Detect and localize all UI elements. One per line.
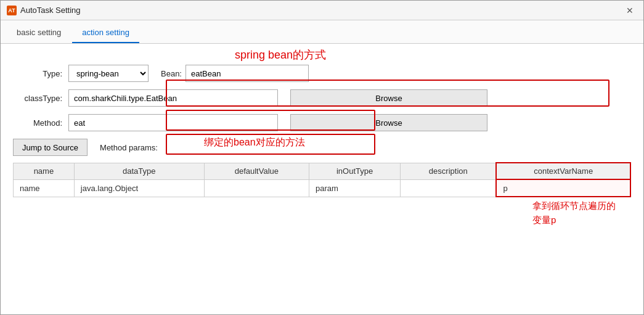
method-row: Method: Browse [13,114,631,131]
col-inouttype: inOutType [309,163,401,179]
classtype-label: classType: [13,94,68,103]
col-contextvarname: contextVarName [496,163,630,179]
method-label: Method: [13,118,68,128]
cell-inouttype: param [309,179,401,197]
tab-action-setting[interactable]: action setting [72,23,139,43]
app-icon: AT [7,6,17,15]
cell-datatype: java.lang.Object [74,179,204,197]
window-title: AutoTask Setting [20,6,81,15]
params-table: name dataType defaultValue inOutType des… [13,162,631,197]
annotation-bind-method: 绑定的bean对应的方法 [204,136,305,149]
col-defaultvalue: defaultValue [204,163,309,179]
method-input[interactable] [68,114,278,131]
col-description: description [401,163,497,179]
classtype-input[interactable] [68,89,278,107]
table-row: name java.lang.Object param p [14,179,631,197]
annotation-loop-var: 拿到循环节点遍历的 变量p [532,199,631,227]
tab-basic-setting[interactable]: basic setting [7,23,71,43]
jump-to-source-button[interactable]: Jump to Source [13,139,88,156]
close-button[interactable]: ✕ [622,4,637,17]
type-select[interactable]: spring-bean groovy java [68,65,149,82]
classtype-browse-button[interactable]: Browse [290,89,487,107]
title-bar: AT AutoTask Setting ✕ [1,1,643,20]
params-table-container: name dataType defaultValue inOutType des… [13,162,631,197]
cell-contextvarname: p [496,179,630,197]
bean-input[interactable] [185,65,309,82]
table-header-row: name dataType defaultValue inOutType des… [14,163,631,179]
tab-bar: basic setting action setting [1,20,643,44]
classtype-row: classType: Browse [13,89,631,107]
content-area: spring bean的方式 Type: spring-bean groovy … [1,44,643,314]
method-params-label: Method params: [100,143,158,152]
cell-defaultvalue [204,179,309,197]
method-browse-button[interactable]: Browse [290,114,487,131]
bean-label: Bean: [161,69,182,78]
cell-name: name [14,179,75,197]
type-row: Type: spring-bean groovy java Bean: [13,65,631,82]
type-label: Type: [13,69,68,78]
cell-description [401,179,497,197]
annotation-spring-bean: spring bean的方式 [235,47,326,62]
main-window: AT AutoTask Setting ✕ basic setting acti… [0,0,644,315]
col-datatype: dataType [74,163,204,179]
title-bar-left: AT AutoTask Setting [7,6,81,15]
params-row: Jump to Source Method params: 绑定的bean对应的… [13,139,631,156]
col-name: name [14,163,75,179]
